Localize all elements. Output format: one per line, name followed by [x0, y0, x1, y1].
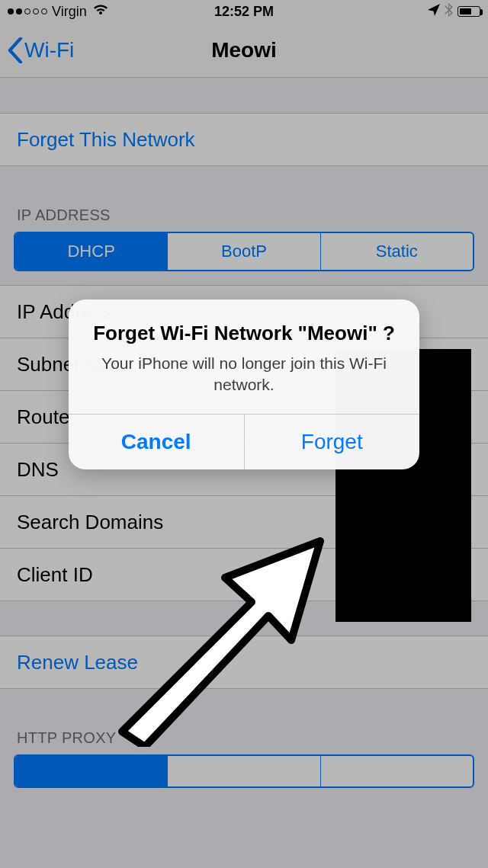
alert-cancel-button[interactable]: Cancel [69, 415, 244, 469]
screen: Virgin 12:52 PM Wi-Fi Meowi Forget This … [0, 0, 488, 868]
alert-forget-button[interactable]: Forget [244, 415, 420, 469]
alert-title: Forget Wi-Fi Network "Meowi" ? [88, 321, 400, 347]
alert-dialog: Forget Wi-Fi Network "Meowi" ? Your iPho… [69, 299, 419, 469]
alert-backdrop: Forget Wi-Fi Network "Meowi" ? Your iPho… [0, 0, 488, 868]
alert-message: Your iPhone will no longer join this Wi-… [88, 353, 400, 396]
